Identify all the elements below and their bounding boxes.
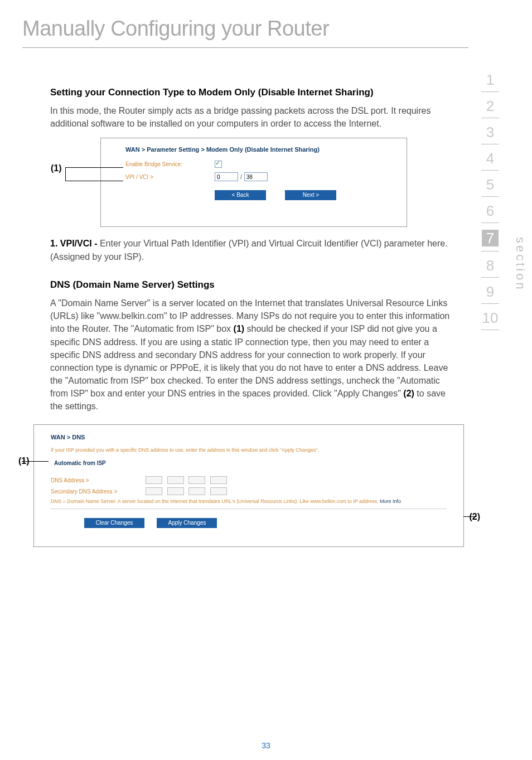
nav-10: 10	[471, 311, 510, 325]
nav-1: 1	[471, 72, 510, 87]
callout-line	[65, 181, 123, 181]
nav-7-active: 7	[482, 230, 499, 246]
nav-5: 5	[471, 177, 510, 192]
para-dns: A "Domain Name Server" is a server locat…	[50, 297, 452, 413]
nav-9: 9	[471, 284, 510, 299]
nav-sep	[481, 277, 499, 278]
para-dns-b: (1)	[234, 324, 245, 333]
screenshot-modem-only: (1) WAN > Parameter Setting > Modem Only…	[100, 138, 407, 227]
main-content: Setting your Connection Type to Modem On…	[50, 86, 452, 547]
nav-sep	[481, 222, 499, 223]
callout-2-dns: (2)	[469, 512, 480, 522]
dns-octet-input[interactable]	[188, 487, 205, 495]
dns-octet-input[interactable]	[167, 476, 184, 484]
callout-line	[22, 461, 49, 462]
clear-changes-button[interactable]: Clear Changes	[84, 518, 144, 528]
nav-6: 6	[471, 204, 510, 218]
callout-line	[463, 516, 477, 517]
dns-octet-input[interactable]	[146, 487, 162, 495]
vpi-vci-label: VPI / VCI >	[125, 174, 215, 180]
vpi-vci-item-text: Enter your Virtual Path Identifier (VPI)…	[50, 239, 448, 261]
shot1-title: WAN > Parameter Setting > Modem Only (Di…	[125, 146, 407, 153]
dns-note-text: DNS = Domain Name Server. A server locat…	[51, 498, 380, 504]
enable-bridge-checkbox[interactable]	[215, 161, 222, 168]
screenshot-dns: (1) (2) WAN > DNS If your ISP provided y…	[33, 424, 464, 547]
dns-octet-input[interactable]	[210, 476, 227, 484]
back-button[interactable]: < Back	[215, 190, 266, 200]
nav-8: 8	[471, 258, 510, 273]
auto-from-isp-row: Automatic from ISP	[51, 460, 447, 466]
shot2-desc: If your ISP provided you with a specific…	[51, 447, 447, 454]
callout-1-label: (1)	[51, 163, 62, 173]
auto-from-isp-label: Automatic from ISP	[54, 460, 106, 466]
vpi-vci-row: VPI / VCI > /	[101, 172, 407, 181]
secondary-dns-label: Secondary DNS Address >	[51, 488, 146, 495]
callout-line	[65, 167, 66, 181]
para-modem-only: In this mode, the Router simply acts as …	[50, 104, 452, 130]
title-rule	[22, 47, 468, 48]
nav-sep	[481, 118, 499, 118]
heading-dns: DNS (Domain Name Server) Settings	[50, 279, 452, 291]
more-info-link[interactable]: More Info	[380, 498, 401, 504]
nav-4: 4	[471, 151, 510, 166]
nav-sep	[481, 91, 499, 92]
dns-octet-input[interactable]	[167, 487, 184, 495]
section-vertical-label: section	[513, 237, 528, 292]
page-title: Manually Configuring your Router	[22, 17, 329, 41]
enable-bridge-label: Enable Bridge Service:	[125, 161, 215, 167]
vpi-vci-item-label: 1. VPI/VCI -	[50, 239, 100, 248]
shot1-buttons: < Back Next >	[215, 189, 407, 200]
para-dns-c: should be checked if your ISP did not gi…	[50, 324, 448, 398]
page-number: 33	[0, 741, 532, 750]
callout-line	[65, 167, 123, 168]
dns-note: DNS = Domain Name Server. A server locat…	[51, 498, 447, 505]
vpi-vci-item: 1. VPI/VCI - Enter your Virtual Path Ide…	[50, 237, 452, 263]
para-dns-d: (2)	[403, 389, 414, 398]
shot2-hr	[51, 509, 447, 509]
dns-address-label: DNS Address >	[51, 477, 146, 483]
vpi-input[interactable]	[215, 172, 238, 181]
nav-sep	[481, 170, 499, 171]
enable-bridge-row: Enable Bridge Service:	[101, 161, 407, 168]
heading-modem-only: Setting your Connection Type to Modem On…	[50, 86, 452, 99]
dns-address-row: DNS Address > . . .	[51, 476, 447, 484]
page-nav-sidebar: 1 2 3 4 5 6 7 8 9 10	[471, 72, 510, 337]
nav-sep	[481, 196, 499, 197]
vci-input[interactable]	[244, 172, 268, 181]
dns-octet-input[interactable]	[146, 476, 162, 484]
nav-sep	[481, 303, 499, 304]
dns-octet-input[interactable]	[188, 476, 205, 484]
nav-sep	[481, 144, 499, 144]
next-button[interactable]: Next >	[285, 190, 336, 200]
nav-2: 2	[471, 99, 510, 113]
shot2-title: WAN > DNS	[51, 434, 447, 440]
apply-changes-button[interactable]: Apply Changes	[157, 518, 217, 528]
secondary-dns-row: Secondary DNS Address > . . .	[51, 487, 447, 495]
nav-sep	[481, 330, 499, 330]
nav-3: 3	[471, 125, 510, 139]
slash-sep: /	[240, 174, 242, 180]
shot2-buttons: Clear Changes Apply Changes	[84, 517, 447, 528]
nav-sep	[481, 251, 499, 251]
dns-octet-input[interactable]	[210, 487, 227, 495]
